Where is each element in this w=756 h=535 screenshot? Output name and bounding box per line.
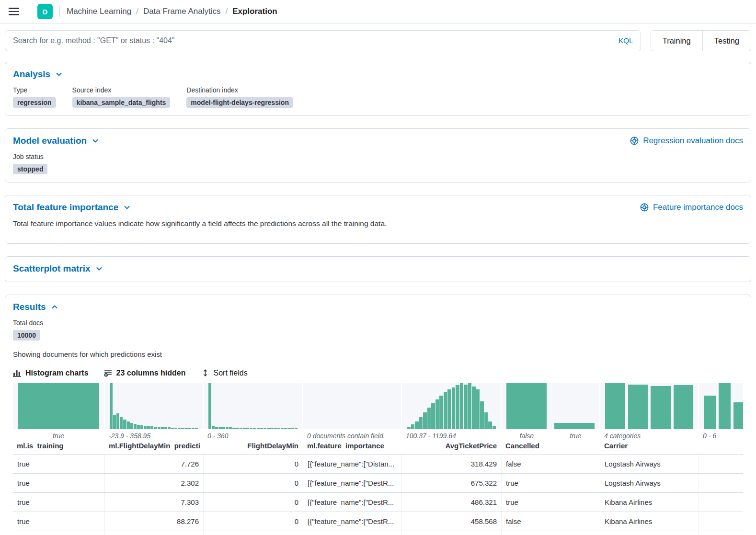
grid-column-header[interactable]: falsetrueCancelled	[502, 383, 599, 454]
analysis-title: Analysis	[13, 69, 50, 80]
column-histogram	[699, 383, 743, 429]
toolbar-button-label: 23 columns hidden	[116, 369, 186, 377]
field-label: Destination index	[186, 86, 293, 94]
table-cell[interactable]: true	[13, 512, 105, 531]
table-cell[interactable]: true	[13, 493, 105, 512]
table-cell[interactable]	[303, 531, 402, 535]
table-cell[interactable]: Kibana Airlines	[600, 512, 699, 531]
table-cell[interactable]: 7.303	[105, 493, 204, 512]
columns-hidden-button[interactable]: 23 columns hidden	[104, 369, 186, 377]
table-cell[interactable]: 318.429	[402, 455, 502, 473]
histogram-bar	[222, 427, 225, 429]
results-toggle[interactable]: Results	[13, 302, 58, 312]
feature-importance-docs-link[interactable]: Feature importance docs	[640, 203, 743, 212]
results-panel: Results Total docs 10000 Showing documen…	[5, 295, 751, 535]
table-cell[interactable]: 458.568	[402, 512, 502, 531]
table-cell[interactable]: false	[502, 455, 600, 473]
grid-column-header[interactable]: trueml.is_training	[13, 383, 104, 454]
table-cell[interactable]	[402, 531, 502, 535]
testing-button[interactable]: Testing	[702, 31, 751, 51]
grid-column-header[interactable]: 0 - 6	[699, 383, 743, 454]
histogram-bar	[192, 428, 195, 429]
columns-icon	[104, 369, 112, 377]
scatterplot-matrix-toggle[interactable]: Scatterplot matrix	[13, 263, 103, 274]
grid-column-header[interactable]: 4 categoriesCarrier	[600, 383, 698, 454]
table-cell[interactable]: true	[502, 493, 600, 512]
breadcrumb-data-frame-analytics[interactable]: Data Frame Analytics	[143, 7, 221, 16]
regression-evaluation-docs-link[interactable]: Regression evaluation docs	[630, 136, 743, 146]
table-cell[interactable]	[699, 531, 743, 535]
histogram-bar	[246, 428, 249, 429]
table-cell[interactable]: [{"feature_name":["DestR...	[303, 493, 402, 512]
table-cell[interactable]	[699, 512, 743, 531]
search-input[interactable]	[5, 30, 641, 51]
table-cell[interactable]: Kibana Airlines	[600, 493, 699, 512]
source-index-badge: kibana_sample_data_flights	[72, 97, 171, 108]
histogram-bar	[281, 428, 284, 429]
table-cell[interactable]	[699, 474, 743, 492]
help-icon	[630, 136, 639, 146]
space-avatar[interactable]: D	[37, 4, 53, 19]
grid-column-header[interactable]: -23.9 - 358.95ml.FlightDelayMin_predicti	[105, 383, 203, 454]
training-button[interactable]: Training	[651, 31, 702, 51]
histogram-bar	[431, 403, 435, 429]
table-cell[interactable]: 0	[204, 512, 303, 531]
kql-button[interactable]: KQL	[619, 36, 633, 45]
total-docs-badge: 10000	[13, 330, 40, 341]
table-cell[interactable]	[13, 531, 105, 535]
table-row	[13, 531, 743, 535]
histogram-bar	[158, 427, 160, 429]
breadcrumb-machine-learning[interactable]: Machine Learning	[67, 7, 131, 16]
chevron-down-icon	[92, 137, 99, 145]
field-label: Type	[13, 86, 56, 94]
total-feature-importance-toggle[interactable]: Total feature importance	[13, 202, 131, 213]
table-cell[interactable]: 0	[204, 455, 303, 473]
table-cell[interactable]: true	[502, 474, 600, 492]
table-cell[interactable]: false	[502, 512, 600, 531]
table-cell[interactable]	[699, 493, 743, 512]
table-cell[interactable]: 0	[204, 493, 303, 512]
table-cell[interactable]: 2.302	[105, 474, 204, 492]
table-cell[interactable]: 675.322	[402, 474, 502, 492]
column-name: ml.FlightDelayMin_predicti	[105, 440, 203, 454]
table-cell[interactable]: Logstash Airways	[600, 455, 699, 473]
column-histogram	[105, 383, 203, 429]
table-cell[interactable]	[699, 455, 743, 473]
table-cell[interactable]: true	[13, 474, 105, 492]
histogram-bar	[184, 428, 187, 429]
grid-column-header[interactable]: 0 documents contain field.ml.feature_imp…	[303, 383, 401, 454]
table-cell[interactable]: 486.321	[402, 493, 502, 512]
histogram-charts-button[interactable]: Histogram charts	[13, 369, 89, 377]
column-range-label: 0 - 360	[204, 429, 302, 440]
training-testing-toggle: Training Testing	[651, 30, 751, 51]
table-cell[interactable]	[105, 531, 204, 535]
histogram-bar	[171, 428, 174, 429]
doc-link-label: Feature importance docs	[653, 203, 743, 212]
analysis-fields: Type regression Source index kibana_samp…	[13, 86, 743, 108]
table-cell[interactable]: Logstash Airways	[600, 474, 699, 492]
column-histogram	[303, 383, 401, 429]
table-cell[interactable]	[204, 531, 303, 535]
histogram-bar	[484, 412, 488, 429]
histogram-bar	[123, 420, 126, 429]
table-cell[interactable]: [{"feature_name":["DestR...	[303, 512, 402, 531]
model-evaluation-toggle[interactable]: Model evaluation	[13, 136, 99, 146]
table-cell[interactable]	[600, 531, 699, 535]
menu-icon[interactable]	[6, 3, 22, 20]
grid-column-header[interactable]: 0 - 360FlightDelayMin	[204, 383, 302, 454]
table-cell[interactable]: 0	[204, 474, 303, 492]
grid-column-header[interactable]: 100.37 - 1199.64AvgTicketPrice	[402, 383, 501, 454]
table-cell[interactable]	[502, 531, 600, 535]
sort-fields-button[interactable]: Sort fields	[201, 369, 248, 377]
analysis-toggle[interactable]: Analysis	[13, 69, 63, 80]
table-cell[interactable]: 88.276	[105, 512, 204, 531]
table-cell[interactable]: [{"feature_name":["Distan...	[303, 455, 402, 473]
table-cell[interactable]: [{"feature_name":["DestR...	[303, 474, 402, 492]
column-range-label: falsetrue	[502, 429, 599, 440]
column-name: AvgTicketPrice	[402, 440, 501, 454]
histogram-bar	[147, 426, 150, 429]
histogram-bar	[174, 428, 177, 429]
table-cell[interactable]: true	[13, 455, 105, 473]
column-range-label: true	[13, 429, 104, 440]
table-cell[interactable]: 7.726	[105, 455, 204, 473]
